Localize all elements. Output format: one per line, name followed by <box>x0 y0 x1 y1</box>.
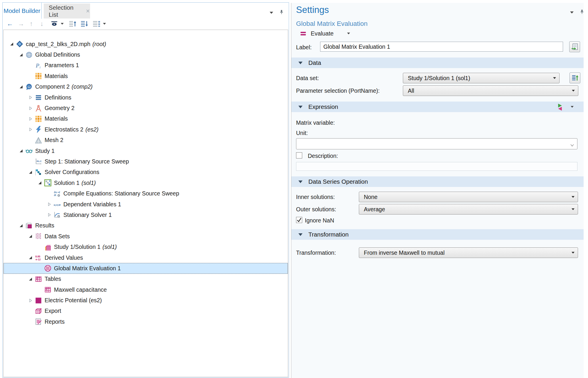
model-tree-node-text-icon[interactable] <box>93 21 100 27</box>
show-icon[interactable] <box>51 21 58 26</box>
collapse-tree-icon[interactable] <box>19 148 23 153</box>
node-text-menu-chevron-down-icon[interactable] <box>103 23 106 25</box>
section-header-transformation[interactable]: Transformation <box>291 229 584 240</box>
tree-item-cap-test-2-blks-2d-mph[interactable]: cap_test_2_blks_2D.mph(root) <box>4 39 288 49</box>
outer-solutions-chevron-down-icon <box>572 208 575 210</box>
tab-selection-list[interactable]: Selection List <box>44 4 90 18</box>
tree-item-step-1-stationary-source-sweep[interactable]: RLCStep 1: Stationary Source Sweep <box>4 156 288 167</box>
tree-item-dependent-variables-1[interactable]: u,v,wDependent Variables 1 <box>4 199 288 210</box>
tree-item-derived-values[interactable]: 8.85e-12Derived Values <box>4 252 288 263</box>
collapse-tree-icon[interactable] <box>28 170 33 175</box>
inner-solutions-select[interactable]: None <box>359 192 578 202</box>
collapse-tree-icon[interactable] <box>19 85 23 89</box>
expand-tree-icon[interactable] <box>47 212 52 217</box>
transformation-label: Transformation: <box>296 249 336 256</box>
tree-item-label: Electric Potential (es2) <box>45 297 102 304</box>
tree-item-label: Step 1: Stationary Source Sweep <box>45 158 129 165</box>
forward-icon[interactable]: → <box>18 19 24 28</box>
section-collapse-triangle-icon <box>298 233 303 236</box>
dataset-chevron-down-icon <box>553 77 556 79</box>
matrix-variable-label: Matrix variable: <box>296 119 335 126</box>
tree-item-reports[interactable]: Reports <box>4 316 288 327</box>
section-header-data-series-operation[interactable]: Data Series Operation <box>291 176 584 187</box>
dataset-select-value: Study 1/Solution 1 (sol1) <box>403 75 470 82</box>
evaluate-menu-chevron-down-icon[interactable] <box>347 33 350 34</box>
tree-item-compile-equations-stationary-source-sweep[interactable]: ∂u=f∂tCompile Equations: Stationary Sour… <box>4 188 288 199</box>
tree-item-electrostatics-2[interactable]: Electrostatics 2(es2) <box>4 124 288 135</box>
tree-item-label: Tables <box>45 276 61 282</box>
tree-item-electric-potential-es2[interactable]: Electric Potential (es2) <box>4 295 288 306</box>
tree-item-geometry-2[interactable]: Geometry 2 <box>4 103 288 113</box>
expression-menu-chevron-down-icon[interactable] <box>571 106 574 108</box>
label-input[interactable] <box>320 42 563 52</box>
tree-item-parameters-1[interactable]: PiParameters 1 <box>4 60 288 71</box>
tab-model-builder-label: Model Builder <box>4 7 40 14</box>
tab-model-builder[interactable]: Model Builder <box>2 2 42 19</box>
expand-tree-icon[interactable] <box>28 298 33 303</box>
go-to-source-button[interactable] <box>570 72 580 83</box>
expand-tree-icon[interactable] <box>28 127 33 132</box>
section-header-expression[interactable]: Expression <box>291 102 584 112</box>
section-header-data[interactable]: Data <box>291 58 584 68</box>
tree-item-mesh-2[interactable]: Mesh 2 <box>4 135 288 146</box>
unit-combobox[interactable] <box>296 138 577 149</box>
unit-chevron-down-icon[interactable] <box>570 143 574 148</box>
settings-menu-chevron-down-icon[interactable] <box>570 11 574 14</box>
tree-item-solver-configurations[interactable]: Solver Configurations <box>4 167 288 178</box>
tree-item-tables[interactable]: Tables <box>4 274 288 284</box>
mesh-icon <box>35 137 42 144</box>
collapse-tree-icon[interactable] <box>38 180 42 185</box>
tree-item-stationary-solver-1[interactable]: Stationary Solver 1 <box>4 210 288 220</box>
tree-item-study-1-solution-1[interactable]: Study 1/Solution 1(sol1) <box>4 242 288 252</box>
section-title-data: Data <box>308 58 321 68</box>
close-icon[interactable] <box>86 9 90 13</box>
evaluate-plot-icon[interactable] <box>556 103 564 112</box>
rename-reference-button[interactable] <box>569 41 580 52</box>
ignore-nan-checkbox[interactable] <box>296 217 302 223</box>
collapse-tree-icon[interactable] <box>28 277 33 281</box>
move-up-icon[interactable]: ↑ <box>30 19 33 28</box>
expand-tree-icon[interactable] <box>28 95 33 100</box>
tree-item-global-definitions[interactable]: Global Definitions <box>4 49 288 60</box>
show-menu-chevron-down-icon[interactable] <box>61 23 64 25</box>
tree-item-study-1[interactable]: Study 1 <box>4 146 288 156</box>
tree-item-label: Derived Values <box>45 254 83 261</box>
tree-item-export[interactable]: Export <box>4 306 288 316</box>
svg-text:=f: =f <box>58 191 60 194</box>
collapse-all-icon[interactable] <box>81 21 88 27</box>
pin-icon[interactable] <box>279 10 284 16</box>
parameter-selection-select[interactable]: All <box>403 85 578 96</box>
tree-item-component-2[interactable]: ΩComponent 2(comp2) <box>4 82 288 92</box>
tree-item-materials[interactable]: Materials <box>4 114 288 124</box>
pin-icon[interactable] <box>579 9 584 16</box>
outer-solutions-select[interactable]: Average <box>359 204 578 215</box>
panel-menu-chevron-down-icon[interactable] <box>270 12 273 14</box>
tree-item-label: Geometry 2 <box>45 105 75 112</box>
expand-tree-icon[interactable] <box>47 202 52 207</box>
tree-item-definitions[interactable]: Definitions <box>4 92 288 103</box>
expand-tree-icon[interactable] <box>28 117 33 121</box>
collapse-tree-icon[interactable] <box>28 255 33 260</box>
back-icon[interactable]: ← <box>7 19 13 28</box>
tree-item-maxwell-capacitance[interactable]: Maxwell capacitance <box>4 284 288 295</box>
collapse-tree-icon[interactable] <box>19 53 23 57</box>
section-collapse-triangle-icon <box>298 106 303 108</box>
tree-item-solution-1[interactable]: Solution 1(sol1) <box>4 178 288 188</box>
description-checkbox[interactable] <box>296 152 302 158</box>
dependent-variables-icon: u,v,w <box>54 201 61 208</box>
dataset-select[interactable]: Study 1/Solution 1 (sol1) <box>403 73 560 83</box>
expand-all-icon[interactable] <box>69 21 77 27</box>
tree-item-label: Solution 1 <box>54 180 80 186</box>
tree-item-results[interactable]: Results <box>4 220 288 231</box>
transformation-select[interactable]: From inverse Maxwell to mutual <box>359 247 578 258</box>
collapse-tree-icon[interactable] <box>28 234 33 239</box>
tree-item-global-matrix-evaluation-1[interactable]: Global Matrix Evaluation 1 <box>4 263 288 274</box>
model-builder-panel: Model Builder Selection List ← → ↑ ↓ <box>2 2 289 378</box>
move-down-icon[interactable]: ↓ <box>40 19 43 28</box>
tree-item-data-sets[interactable]: Data Sets <box>4 231 288 242</box>
expand-tree-icon[interactable] <box>28 106 33 111</box>
collapse-tree-icon[interactable] <box>19 223 23 228</box>
evaluate-button[interactable]: Evaluate <box>300 29 350 38</box>
tree-item-materials[interactable]: Materials <box>4 71 288 81</box>
collapse-tree-icon[interactable] <box>9 42 14 46</box>
